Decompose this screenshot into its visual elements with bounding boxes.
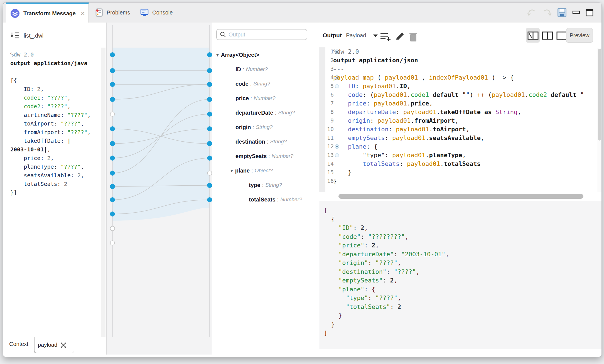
preview-button-label: Preview <box>569 32 589 39</box>
field-type: String? <box>265 182 282 188</box>
code-line: takeOffDate: | <box>10 137 91 145</box>
field-type: Object? <box>255 168 273 174</box>
tab-payload[interactable]: payload <box>34 337 74 353</box>
code-line: fromAirport: "????", <box>10 128 91 137</box>
input-port-dot[interactable] <box>110 68 115 73</box>
field-name: type <box>249 182 260 188</box>
input-filename: list_.dwl <box>24 33 43 39</box>
code-line: } <box>333 177 584 185</box>
input-port-dot[interactable] <box>110 184 115 189</box>
editor-tab-bar: Transform Message × Problems Console <box>3 3 601 23</box>
dataweave-editor[interactable]: 12345678910111213141516 %dw 2.0output ap… <box>319 47 597 192</box>
line-number: 11 <box>325 134 334 142</box>
input-port-dot[interactable] <box>110 141 115 146</box>
tree-row-code[interactable]: code:String? <box>235 80 270 88</box>
edit-pencil-icon[interactable] <box>394 31 406 43</box>
undo-icon[interactable] <box>527 8 537 17</box>
code-line: code1: "????", <box>10 94 91 102</box>
tree-row-origin[interactable]: origin:String? <box>235 123 272 131</box>
code-line: price: payload01.price, <box>333 99 584 108</box>
code-line: "plane": { <box>324 285 449 294</box>
code-line: } <box>324 320 449 329</box>
input-port-dot[interactable] <box>110 52 115 57</box>
tree-expander-icon[interactable]: ▼ <box>230 168 234 173</box>
input-port-dot[interactable] <box>110 82 115 87</box>
code-line: destination: payload01.toAirport, <box>333 125 584 134</box>
field-type: Number? <box>254 95 275 101</box>
tree-row-id[interactable]: ID:Number? <box>235 65 268 73</box>
line-number: 7 <box>325 99 334 108</box>
editor-horizontal-scrollbar[interactable] <box>338 194 583 199</box>
view-two-pane-icon[interactable] <box>542 31 553 40</box>
tab-problems[interactable]: Problems <box>95 3 130 23</box>
input-port-dot-unmapped[interactable] <box>110 112 115 116</box>
field-type: Number? <box>280 196 302 203</box>
tree-row-plane[interactable]: ▼plane:Object? <box>230 166 273 175</box>
code-line: origin: payload01.fromAirport, <box>333 116 584 125</box>
code-line: } <box>333 168 584 177</box>
input-port-dot-unmapped[interactable] <box>110 226 115 231</box>
tree-expander-icon[interactable]: ▼ <box>215 53 220 57</box>
input-port-dot[interactable] <box>110 97 115 102</box>
colon: : <box>267 139 269 145</box>
line-number: 3 <box>325 65 334 73</box>
code-line: seatsAvailable: 2, <box>10 171 91 180</box>
payload-dropdown[interactable]: Payload <box>346 32 366 39</box>
code-line: toAirport: "????", <box>10 119 91 128</box>
input-port-dot[interactable] <box>110 171 115 176</box>
field-type: String? <box>278 110 295 116</box>
field-type: String? <box>270 139 287 145</box>
input-port-dot[interactable] <box>110 211 115 217</box>
dataweave-code[interactable]: %dw 2.0output application/json---payload… <box>333 47 584 185</box>
code-line: "emptySeats": 2, <box>324 276 449 285</box>
tab-context[interactable]: Context <box>9 341 28 347</box>
code-line: 2003-10-01|, <box>10 145 91 154</box>
input-port-dot[interactable] <box>110 197 115 202</box>
tree-row-destination[interactable]: destination:String? <box>235 137 287 146</box>
input-scrollbar[interactable] <box>101 48 105 337</box>
panel-divider[interactable] <box>212 23 212 355</box>
code-line: totalSeats: payload01.totalSeats <box>333 159 584 168</box>
code-line: price: 2, <box>10 154 91 163</box>
console-icon <box>140 8 149 17</box>
close-icon[interactable]: × <box>81 10 85 17</box>
input-port-dot-unmapped[interactable] <box>110 241 115 245</box>
divider <box>34 337 35 353</box>
chevron-down-icon[interactable] <box>373 35 378 37</box>
view-split-diagonal-icon[interactable] <box>527 31 539 40</box>
tab-transform-message[interactable]: Transform Message × <box>6 3 89 23</box>
input-port-dot[interactable] <box>110 156 115 161</box>
add-target-icon[interactable] <box>379 31 392 43</box>
tree-row-departuredate[interactable]: departureDate:String? <box>235 109 295 117</box>
tree-row-price[interactable]: price:Number? <box>235 94 276 102</box>
preview-button[interactable]: Preview <box>566 28 593 43</box>
field-type: Number? <box>246 66 268 72</box>
tree-row-totalseats[interactable]: totalSeats:Number? <box>249 195 302 204</box>
dataweave-logo-icon <box>10 8 20 18</box>
line-number: 15 <box>325 168 334 177</box>
field-name: emptySeats <box>235 153 267 159</box>
code-line: plane: { <box>333 142 584 151</box>
output-port-dot-unmapped[interactable] <box>207 171 212 175</box>
code-line: departureDate: payload01.takeOffDate as … <box>333 108 584 116</box>
tab-console[interactable]: Console <box>140 3 173 23</box>
tree-row-type[interactable]: type:String? <box>249 181 282 189</box>
editor-vertical-scrollbar-thumb[interactable] <box>598 49 601 141</box>
save-icon[interactable] <box>557 8 567 18</box>
code-line: code: (payload01.code1 default "") ++ (p… <box>333 90 584 99</box>
output-search-box[interactable]: Output <box>216 29 307 40</box>
input-port-dot[interactable] <box>110 126 115 131</box>
field-type: String? <box>253 81 270 87</box>
minimize-icon[interactable] <box>572 8 580 17</box>
line-number: 13 <box>325 151 334 159</box>
tree-row-arrayobject[interactable]: ▼Array<Object> <box>215 51 259 59</box>
colon: : <box>268 153 270 159</box>
colon: : <box>251 95 252 102</box>
delete-trash-icon[interactable] <box>408 31 418 43</box>
maximize-icon[interactable] <box>585 8 594 17</box>
tab-label: Console <box>152 9 173 16</box>
tree-row-emptyseats[interactable]: emptySeats:Number? <box>235 152 293 160</box>
input-sample-code[interactable]: %dw 2.0output application/java---[{ ID: … <box>10 50 91 197</box>
mapping-lines-canvas[interactable] <box>106 23 212 355</box>
redo-icon[interactable] <box>542 8 552 17</box>
